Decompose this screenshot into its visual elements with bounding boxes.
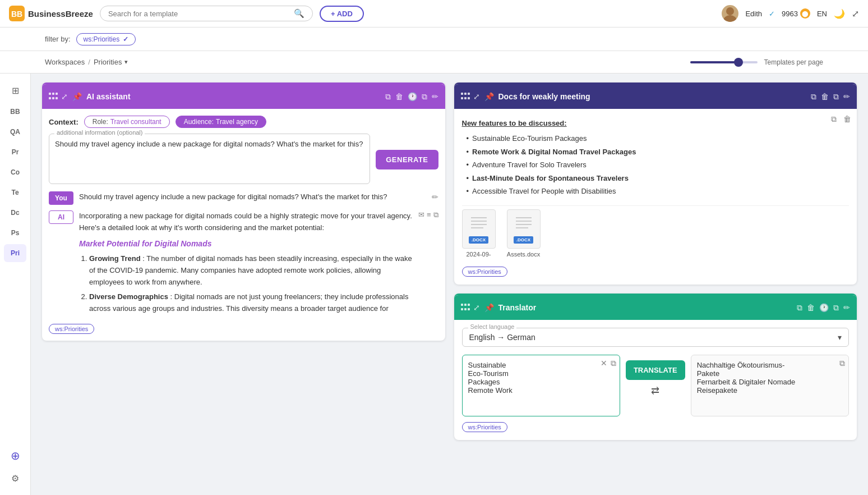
generate-label: GENERATE	[386, 155, 428, 164]
translator-card-title: Translator	[498, 303, 793, 312]
translator-history-icon[interactable]: 🕐	[819, 303, 829, 312]
translator-pin-icon[interactable]: 📌	[484, 303, 494, 312]
doc-file-1[interactable]: .DOCX 2024-09-	[462, 209, 496, 258]
doc-icon-1: .DOCX	[462, 209, 496, 249]
docs-copy-btn[interactable]: ⧉	[831, 114, 837, 124]
coin-icon: ⬤	[800, 8, 810, 19]
clear-input-icon[interactable]: ✕	[601, 359, 607, 368]
translator-ws-tag[interactable]: ws:Priorities	[462, 422, 507, 432]
main-area: ⊞ BB QA Pr Co Te Dc Ps Pri ⊕ ⚙	[0, 74, 868, 495]
svg-point-2	[726, 7, 734, 15]
docs-trash-icon[interactable]: 🗑	[821, 92, 829, 101]
list-icon[interactable]: ≡	[427, 210, 431, 219]
expand-icon[interactable]: ⤢	[852, 8, 859, 19]
svg-text:BB: BB	[11, 10, 22, 19]
dark-toggle-icon[interactable]: 🌙	[834, 8, 845, 19]
docs-item-1: • Sustainable Eco-Tourism Packages	[467, 132, 849, 145]
breadcrumb-bar: Workspaces / Priorities ▾ Templates per …	[0, 51, 868, 74]
sidebar-item-te[interactable]: Te	[4, 184, 26, 201]
docs-items-list: • Sustainable Eco-Tourism Packages • Rem…	[462, 132, 849, 198]
nav-right: Edith ✓ 9963 ⬤ EN 🌙 ⤢	[722, 5, 859, 22]
sidebar-label-co: Co	[11, 168, 20, 176]
docs-edit-icon[interactable]: ✏	[843, 92, 850, 101]
sidebar-item-bb[interactable]: BB	[4, 103, 26, 121]
sidebar-label-pr: Pr	[12, 148, 19, 156]
generate-button[interactable]: GENERATE	[376, 150, 438, 169]
translator-edit-icon[interactable]: ✏	[843, 303, 850, 312]
audience-tag[interactable]: Audience: Travel agency	[176, 116, 266, 128]
sidebar-item-pr[interactable]: Pr	[4, 143, 26, 161]
doc-file-2[interactable]: .DOCX Assets.docx	[507, 209, 541, 258]
audience-value: Travel agency	[216, 118, 258, 126]
trash-icon[interactable]: 🗑	[395, 92, 403, 101]
feedback-icon[interactable]: ✉	[418, 210, 424, 219]
content-area: ⤢ 📌 AI assistant ⧉ 🗑 🕐 ⧉ ✏ Context: Ro	[31, 74, 868, 495]
bullet-4: •	[467, 172, 469, 185]
sidebar-item-pri[interactable]: Pri	[4, 244, 26, 262]
sidebar-item-co[interactable]: Co	[4, 163, 26, 181]
search-input[interactable]	[108, 10, 289, 18]
translator-copy-icon[interactable]: ⧉	[797, 303, 802, 313]
you-message-actions: ✏	[432, 191, 438, 201]
sidebar-item-ps[interactable]: Ps	[4, 224, 26, 242]
textarea-wrap: additional information (optional) Should…	[49, 134, 370, 186]
lang-select-wrap[interactable]: Select language English → German ▾	[462, 328, 849, 347]
docs-duplicate-icon[interactable]: ⧉	[833, 92, 839, 102]
docs-copy-icon[interactable]: ⧉	[811, 92, 816, 102]
translator-expand-icon[interactable]: ⤢	[473, 303, 480, 312]
sidebar-item-add[interactable]: ⊕	[4, 446, 26, 466]
translate-input-text: Sustainable Eco-Tourism Packages Remote …	[468, 361, 614, 395]
ai-textarea[interactable]: Should my travel agency include a new pa…	[49, 134, 370, 184]
ai-ws-tag[interactable]: ws:Priorities	[49, 324, 94, 334]
sidebar-item-qa[interactable]: QA	[4, 123, 26, 141]
slider-label: Templates per page	[764, 58, 823, 66]
ai-card-body: Context: Role: Travel consultant Audienc…	[42, 109, 445, 341]
edit-icon[interactable]: ✏	[432, 92, 438, 101]
docs-ws-tag[interactable]: ws:Priorities	[462, 267, 507, 277]
docs-card-body: ⧉ 🗑 New features to be discussed: • Sust…	[454, 109, 857, 285]
svg-point-3	[723, 15, 737, 22]
add-button[interactable]: + ADD	[320, 6, 364, 22]
docs-card-title: Docs for weakly meeting	[498, 92, 807, 101]
breadcrumb-dropdown-icon[interactable]: ▾	[124, 58, 128, 66]
docs-pin-icon[interactable]: 📌	[484, 92, 494, 101]
sidebar-item-dc[interactable]: Dc	[4, 204, 26, 222]
translate-area: ✕ ⧉ Sustainable Eco-Tourism Packages Rem…	[462, 355, 849, 416]
role-tag[interactable]: Role: Travel consultant	[84, 116, 170, 128]
role-value: Travel consultant	[110, 118, 161, 126]
pin-icon[interactable]: 📌	[72, 92, 82, 101]
bullet-5: •	[467, 185, 469, 198]
expand-card-icon[interactable]: ⤢	[61, 92, 68, 101]
swap-icon[interactable]: ⇄	[651, 384, 659, 397]
slider-thumb[interactable]	[734, 58, 743, 67]
doc-icon-2: .DOCX	[507, 209, 541, 249]
docs-expand-icon[interactable]: ⤢	[473, 92, 480, 101]
edit-msg-icon[interactable]: ✏	[432, 192, 438, 201]
ai-list-item-2: Diverse Demographics : Digital nomads ar…	[89, 291, 413, 315]
sidebar-item-settings[interactable]: ⚙	[4, 468, 26, 488]
sidebar-item-dashboard[interactable]: ⊞	[4, 80, 26, 100]
slider-track[interactable]	[690, 61, 758, 63]
copy-card-icon[interactable]: ⧉	[385, 92, 391, 102]
logo[interactable]: BB BusinessBreeze	[9, 6, 93, 21]
translator-duplicate-icon[interactable]: ⧉	[833, 303, 839, 313]
docs-delete-btn[interactable]: 🗑	[843, 114, 851, 123]
docs-ws-tag-text: ws:Priorities	[468, 268, 501, 275]
breadcrumb-sep: /	[88, 58, 90, 66]
copy-input-icon[interactable]: ⧉	[611, 359, 616, 368]
lang-btn[interactable]: EN	[817, 10, 827, 18]
history-icon[interactable]: 🕐	[408, 92, 417, 101]
breadcrumb-workspace[interactable]: Workspaces	[45, 58, 85, 66]
translate-input-wrap: ✕ ⧉ Sustainable Eco-Tourism Packages Rem…	[462, 355, 620, 416]
translate-btn-col: TRANSLATE ⇄	[626, 355, 685, 397]
duplicate-icon[interactable]: ⧉	[422, 92, 427, 102]
copy-output-icon[interactable]: ⧉	[839, 359, 845, 368]
copy-ai-icon[interactable]: ⧉	[433, 210, 438, 219]
chat-ai-message: AI Incorporating a new package for digit…	[49, 210, 438, 318]
sidebar-label-bb: BB	[10, 108, 20, 116]
translate-button[interactable]: TRANSLATE	[626, 360, 685, 380]
translator-trash-icon[interactable]: 🗑	[807, 303, 815, 312]
chat-area: You Should my travel agency include a ne…	[49, 191, 438, 318]
filter-tag[interactable]: ws:Priorities ✓	[76, 33, 136, 45]
chat-you-message: You Should my travel agency include a ne…	[49, 191, 438, 205]
